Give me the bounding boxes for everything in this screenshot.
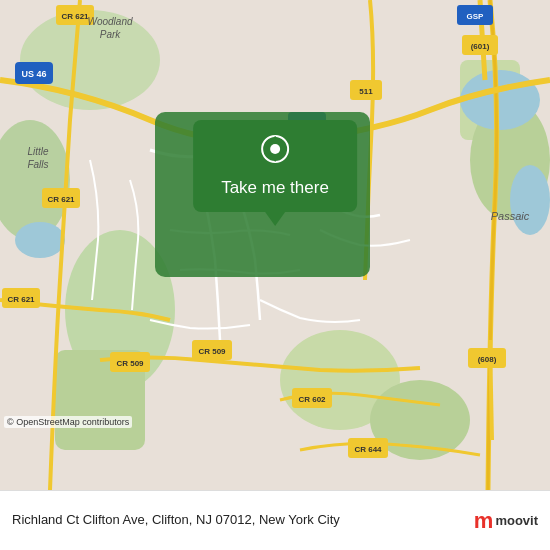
svg-point-46	[270, 144, 280, 154]
svg-text:CR 621: CR 621	[7, 295, 35, 304]
moovit-m-icon: m	[474, 510, 494, 532]
svg-text:US 46: US 46	[21, 69, 46, 79]
map-container: US 46 US 46 CR 621 CR 621 CR 621 GSP (60…	[0, 0, 550, 490]
svg-text:(608): (608)	[478, 355, 497, 364]
svg-text:CR 602: CR 602	[298, 395, 326, 404]
svg-text:CR 621: CR 621	[47, 195, 75, 204]
svg-point-9	[15, 222, 65, 258]
osm-attribution: © OpenStreetMap contributors	[4, 416, 132, 428]
moovit-wordmark: moovit	[495, 513, 538, 528]
location-text: Richland Ct Clifton Ave, Clifton, NJ 070…	[12, 512, 466, 529]
svg-point-10	[460, 70, 540, 130]
popup-callout[interactable]: Take me there	[193, 120, 357, 212]
location-line2: New York City	[259, 512, 340, 527]
svg-text:Little: Little	[27, 146, 49, 157]
svg-point-11	[510, 165, 550, 235]
svg-text:Woodland: Woodland	[87, 16, 132, 27]
moovit-logo: m moovit	[474, 510, 538, 532]
svg-text:Falls: Falls	[27, 159, 48, 170]
svg-text:(601): (601)	[471, 42, 490, 51]
bottom-bar: Richland Ct Clifton Ave, Clifton, NJ 070…	[0, 490, 550, 550]
svg-text:Passaic: Passaic	[491, 210, 530, 222]
svg-text:Park: Park	[100, 29, 122, 40]
location-pin-icon	[257, 134, 293, 170]
svg-text:CR 509: CR 509	[198, 347, 226, 356]
svg-text:511: 511	[359, 87, 373, 96]
svg-text:CR 644: CR 644	[354, 445, 382, 454]
location-line1: Richland Ct Clifton Ave, Clifton, NJ 070…	[12, 512, 255, 527]
osm-text: © OpenStreetMap contributors	[7, 417, 129, 427]
svg-text:CR 509: CR 509	[116, 359, 144, 368]
svg-text:CR 621: CR 621	[61, 12, 89, 21]
svg-text:GSP: GSP	[467, 12, 485, 21]
take-me-there-button[interactable]: Take me there	[221, 178, 329, 198]
